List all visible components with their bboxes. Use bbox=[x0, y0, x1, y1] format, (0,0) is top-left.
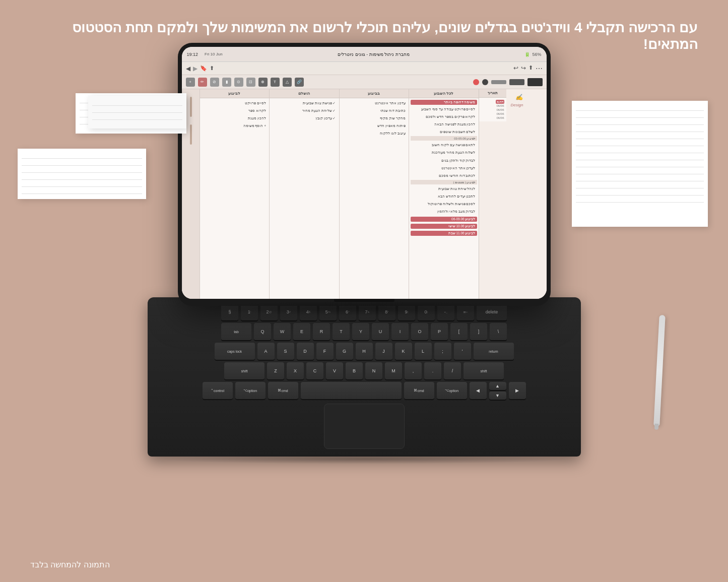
task-ip-4: פיתוח מאפיין חדש bbox=[341, 122, 408, 129]
key-arrow-left[interactable]: ◀ bbox=[470, 382, 487, 399]
key-arrow-right[interactable]: ▶ bbox=[509, 382, 526, 399]
note-card-stacked bbox=[88, 96, 186, 128]
key-t[interactable]: T bbox=[333, 323, 350, 340]
marker-tool[interactable]: ▮ bbox=[222, 78, 231, 87]
text-tool[interactable]: T bbox=[271, 78, 280, 87]
pencil-tool[interactable]: ✏ bbox=[198, 78, 207, 87]
key-lbracket[interactable]: [ bbox=[450, 323, 468, 340]
ipad-screen[interactable]: 19:12 Fri 10 Jun מחברת ניהול משימות - גו… bbox=[182, 47, 547, 299]
key-c[interactable]: C bbox=[306, 362, 323, 379]
key-h[interactable]: H bbox=[356, 343, 373, 360]
more-icon[interactable]: ⋯ bbox=[536, 64, 543, 73]
note-line bbox=[92, 99, 182, 106]
key-f[interactable]: F bbox=[316, 343, 334, 360]
key-option-left[interactable]: ⌥option bbox=[235, 382, 266, 399]
col-week-body: משימה דחופה ביותר לסיים פרויקט עבודה עד … bbox=[409, 98, 479, 299]
task-6: לשלוח הצעת מחיר מעודכנת bbox=[411, 149, 477, 156]
key-period[interactable]: . bbox=[424, 362, 441, 379]
back-button[interactable]: ◀ bbox=[186, 65, 190, 72]
bottom-disclaimer: התמונה להמחשה בלבד bbox=[30, 560, 110, 569]
lasso-tool[interactable]: ⊙ bbox=[234, 78, 243, 87]
link-tool[interactable]: 🔗 bbox=[295, 78, 304, 87]
note-line bbox=[576, 132, 704, 139]
key-v[interactable]: V bbox=[326, 362, 343, 379]
insert-icon[interactable]: + bbox=[186, 78, 195, 87]
key-arrow-up[interactable]: ▲ bbox=[489, 382, 506, 390]
eraser-tool[interactable]: ⊘ bbox=[210, 78, 219, 87]
key-b[interactable]: B bbox=[346, 362, 363, 379]
key-i[interactable]: I bbox=[391, 323, 409, 340]
color-dark[interactable] bbox=[482, 79, 488, 85]
task-done-1: ✓ פגישת צוות שבועית bbox=[271, 100, 338, 106]
key-comma[interactable]: , bbox=[405, 362, 422, 379]
key-cmd-right[interactable]: ⌘cmd bbox=[404, 382, 434, 399]
shapes-tool[interactable]: △ bbox=[283, 78, 292, 87]
key-capslock[interactable]: caps lock bbox=[215, 343, 255, 360]
note-line bbox=[22, 152, 142, 159]
note-line bbox=[22, 187, 142, 194]
note-line bbox=[22, 173, 142, 180]
ipad-shadow bbox=[193, 301, 536, 316]
key-shift-left[interactable]: shift bbox=[224, 362, 264, 379]
key-p[interactable]: P bbox=[431, 323, 448, 340]
col-inprogress-body: עדכון אתר אינטרנט כתיבת דוח שנתי מחקר שו… bbox=[340, 98, 409, 299]
task-ip-1: עדכון אתר אינטרנט bbox=[341, 100, 408, 106]
toolbar-right: 🔋 56% bbox=[524, 52, 541, 57]
date-entry: דחוף bbox=[481, 99, 505, 104]
key-m[interactable]: M bbox=[385, 362, 402, 379]
col-todo-body: לסיים פרויקט לקרוא ספר להכין מצגת + הוסף… bbox=[200, 98, 270, 299]
task-urgent-3: לביצוע 10.06 שישי bbox=[411, 224, 477, 229]
note-line bbox=[576, 139, 704, 146]
key-l[interactable]: L bbox=[415, 343, 432, 360]
color-red[interactable] bbox=[473, 79, 479, 85]
key-d[interactable]: D bbox=[297, 343, 314, 360]
redo-button[interactable]: ↪ bbox=[521, 64, 526, 73]
stroke-width-thin[interactable] bbox=[491, 80, 506, 84]
key-u[interactable]: U bbox=[372, 323, 389, 340]
key-g[interactable]: G bbox=[336, 343, 353, 360]
key-z[interactable]: Z bbox=[267, 362, 284, 379]
note-line bbox=[92, 113, 182, 120]
key-w[interactable]: W bbox=[274, 323, 291, 340]
key-return[interactable]: return bbox=[474, 343, 514, 360]
task-11: לתכנן יעדים לחודש הבא bbox=[411, 193, 477, 200]
share-icon[interactable]: ⬆ bbox=[210, 65, 214, 72]
key-q[interactable]: Q bbox=[254, 323, 271, 340]
key-cmd-left[interactable]: ⌘cmd bbox=[268, 382, 298, 399]
task-urgent-1: משימה דחופה ביותר bbox=[411, 100, 477, 105]
key-y[interactable]: Y bbox=[352, 323, 369, 340]
key-control[interactable]: ⌃control bbox=[203, 382, 233, 399]
key-option-right[interactable]: ⌥option bbox=[437, 382, 467, 399]
key-a[interactable]: A bbox=[257, 343, 275, 360]
selection-tool[interactable]: ⊡ bbox=[246, 78, 255, 87]
forward-button[interactable]: ▶ bbox=[193, 65, 197, 72]
task-13: לבדוק מצב מלאי ולהזמין bbox=[411, 208, 477, 215]
stroke-width-med[interactable] bbox=[509, 79, 524, 85]
key-rbracket[interactable]: ] bbox=[470, 323, 487, 340]
bookmark-icon[interactable]: 🔖 bbox=[200, 65, 207, 72]
export-icon[interactable]: ⬆ bbox=[528, 64, 533, 73]
key-semicolon[interactable]: ; bbox=[434, 343, 451, 360]
key-slash[interactable]: / bbox=[444, 362, 461, 379]
nav-left: ◀ ▶ 🔖 ⬆ bbox=[186, 65, 214, 72]
key-s[interactable]: S bbox=[277, 343, 294, 360]
key-o[interactable]: O bbox=[411, 323, 428, 340]
trackpad[interactable] bbox=[324, 404, 405, 449]
add-element[interactable]: ⊕ bbox=[258, 78, 268, 87]
key-j[interactable]: J bbox=[375, 343, 392, 360]
key-shift-right[interactable]: shift bbox=[464, 362, 504, 379]
key-x[interactable]: X bbox=[287, 362, 304, 379]
key-space[interactable] bbox=[301, 382, 402, 399]
key-e[interactable]: E bbox=[293, 323, 310, 340]
stroke-width-thick[interactable] bbox=[527, 78, 543, 86]
key-backslash[interactable]: \ bbox=[490, 323, 507, 340]
key-k[interactable]: K bbox=[395, 343, 412, 360]
key-n[interactable]: N bbox=[365, 362, 382, 379]
key-quote[interactable]: ' bbox=[454, 343, 471, 360]
drawing-toolbar: + ✏ ⊘ ▮ ⊙ ⊡ ⊕ T △ 🔗 bbox=[182, 75, 547, 89]
task-ip-2: כתיבת דוח שנתי bbox=[341, 107, 408, 114]
undo-button[interactable]: ↩ bbox=[513, 64, 518, 73]
key-arrow-down[interactable]: ▼ bbox=[489, 392, 506, 400]
key-r[interactable]: R bbox=[313, 323, 330, 340]
key-tab[interactable]: tab bbox=[221, 323, 251, 340]
